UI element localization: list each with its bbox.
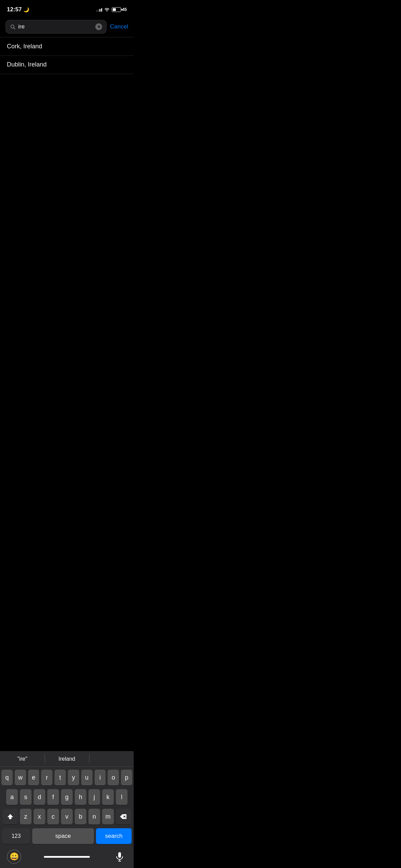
status-bar: 12:57 🌙 45 [0, 0, 134, 17]
cancel-button[interactable]: Cancel [110, 23, 128, 30]
status-time: 12:57 🌙 [7, 6, 29, 13]
battery-label: 45 [122, 7, 127, 12]
moon-icon: 🌙 [23, 7, 29, 12]
search-bar-container: ire ✕ Cancel [0, 17, 134, 37]
signal-bars [96, 8, 102, 12]
svg-line-1 [14, 28, 15, 29]
battery-fill [113, 8, 116, 11]
clear-button[interactable]: ✕ [95, 23, 102, 30]
search-input-wrapper[interactable]: ire ✕ [5, 20, 107, 34]
status-right-icons: 45 [96, 7, 127, 12]
result-item-1[interactable]: Dublin, Ireland [0, 56, 134, 74]
result-item-0[interactable]: Cork, Ireland [0, 37, 134, 56]
signal-bar-1 [96, 10, 97, 12]
clear-icon: ✕ [97, 25, 100, 29]
search-icon [10, 24, 15, 29]
wifi-icon [104, 7, 110, 12]
results-list: Cork, Ireland Dublin, Ireland [0, 37, 134, 74]
signal-bar-4 [101, 8, 102, 12]
divider-results-2 [0, 74, 134, 74]
battery-icon [112, 7, 121, 12]
search-input[interactable]: ire [18, 23, 93, 30]
time-label: 12:57 [7, 6, 22, 13]
signal-bar-2 [98, 10, 99, 12]
battery-container: 45 [112, 7, 127, 12]
signal-bar-3 [99, 9, 100, 12]
